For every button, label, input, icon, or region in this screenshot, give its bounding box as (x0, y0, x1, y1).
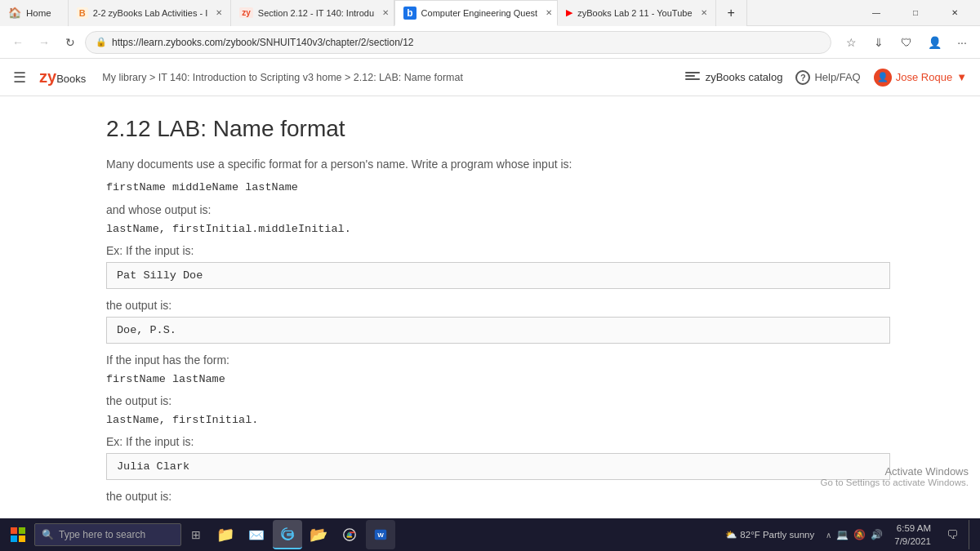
taskbar-app-mail[interactable]: 📁 (211, 520, 240, 549)
browser-essentials-icon[interactable]: 🛡 (895, 31, 918, 54)
speaker-icon[interactable]: 🔊 (871, 529, 883, 540)
refresh-button[interactable]: ↻ (59, 31, 82, 54)
svg-text:W: W (377, 531, 384, 539)
new-tab-icon: + (728, 6, 735, 20)
ex1-output-text: Doe, P.S. (117, 324, 176, 336)
back-button[interactable]: ← (7, 31, 29, 54)
ex2-output-label: the output is: (106, 490, 890, 503)
taskbar-search[interactable]: 🔍 Type here to search (34, 523, 181, 546)
catalog-icon (685, 72, 700, 83)
output2-label: the output is: (106, 394, 890, 407)
edge-icon (280, 527, 295, 541)
taskbar-app-chrome[interactable] (335, 520, 364, 549)
page-title: 2.12 LAB: Name format (106, 113, 890, 142)
profile-icon[interactable]: 👤 (923, 31, 946, 54)
activate-windows-watermark: Activate Windows Go to Settings to activ… (820, 465, 969, 487)
weather-icon: ⛅ (725, 529, 737, 540)
help-button[interactable]: ? Help/FAQ (795, 70, 860, 85)
ex2-input-text: Julia Clark (117, 460, 189, 473)
chrome-icon (342, 527, 357, 542)
tray-icon1: 💻 (836, 529, 849, 540)
taskbar-app-email[interactable]: ✉️ (242, 520, 271, 549)
ex1-output-box: Doe, P.S. (106, 317, 890, 344)
user-menu[interactable]: 👤 Jose Roque ▼ (874, 69, 967, 87)
tab-section-close[interactable]: ✕ (382, 8, 389, 17)
start-button[interactable] (3, 520, 33, 549)
task-view-button[interactable]: ⊞ (183, 522, 209, 548)
tray-icon2: 🔕 (853, 529, 866, 540)
tabs-container: 🏠 Home B 2-2 zyBooks Lab Activities - I … (0, 0, 858, 26)
system-clock[interactable]: 6:59 AM 7/9/2021 (889, 522, 936, 548)
secure-icon: 🔒 (96, 37, 107, 47)
tab-zybooks-lab-label: 2-2 zyBooks Lab Activities - I (93, 8, 208, 18)
navbar: ← → ↻ 🔒 https://learn.zybooks.com/zybook… (0, 26, 980, 59)
download-icon[interactable]: ⇓ (867, 31, 890, 54)
tab-new[interactable]: + (716, 0, 747, 26)
svg-rect-0 (11, 527, 17, 534)
header-actions: zyBooks catalog ? Help/FAQ 👤 Jose Roque … (685, 69, 967, 87)
favorites-icon[interactable]: ☆ (840, 31, 862, 54)
tab-zybooks-lab-close[interactable]: ✕ (216, 8, 222, 17)
notifications-button[interactable]: 🗨 (939, 522, 965, 548)
catalog-label: zyBooks catalog (706, 71, 783, 83)
tab-computer-quest-label: Computer Engineering Quest (421, 8, 537, 18)
tab-home-label: Home (26, 8, 51, 18)
clock-date: 7/9/2021 (894, 535, 931, 548)
help-icon: ? (795, 70, 810, 85)
minimize-button[interactable]: — (858, 0, 895, 26)
main-content: 2.12 LAB: Name format Many documents use… (57, 96, 923, 518)
hamburger-menu[interactable]: ☰ (13, 69, 26, 87)
taskbar-app-explorer[interactable]: 📂 (304, 520, 333, 549)
output-label: and whose output is: (106, 203, 890, 216)
output-format-text: lastName, firstInitial.middleInitial. (106, 221, 890, 238)
ex1-input-text: Pat Silly Doe (117, 269, 203, 282)
url-text: https://learn.zybooks.com/zybook/SNHUIT1… (112, 37, 821, 48)
taskbar-app-word[interactable]: W (366, 520, 395, 549)
system-tray: ∧ 💻 🔕 🔊 (822, 529, 886, 540)
taskbar-app-edge[interactable] (273, 520, 302, 549)
maximize-button[interactable]: □ (897, 0, 934, 26)
address-bar[interactable]: 🔒 https://learn.zybooks.com/zybook/SNHUI… (85, 31, 831, 54)
note-text: If the input has the form: (106, 353, 890, 367)
ex1-output-label: the output is: (106, 299, 890, 312)
activate-windows-title: Activate Windows (820, 465, 969, 478)
word-icon: W (373, 527, 388, 542)
tab-youtube-close[interactable]: ✕ (701, 8, 707, 17)
breadcrumb: My library > IT 140: Introduction to Scr… (102, 72, 675, 83)
weather-text: 82°F Partly sunny (740, 530, 814, 540)
zybooks-logo: zyBooks (39, 68, 86, 87)
taskbar-right: ⛅ 82°F Partly sunny ∧ 💻 🔕 🔊 6:59 AM 7/9/… (720, 520, 977, 549)
tab-youtube-label: zyBooks Lab 2 11 - YouTube (577, 8, 692, 18)
help-label: Help/FAQ (814, 71, 860, 83)
ex1-label: Ex: If the input is: (106, 244, 890, 257)
intro-text: Many documents use a specific format for… (106, 155, 890, 173)
activate-windows-subtitle: Go to Settings to activate Windows. (820, 478, 969, 487)
titlebar: 🏠 Home B 2-2 zyBooks Lab Activities - I … (0, 0, 980, 26)
forward-button[interactable]: → (33, 31, 56, 54)
output2-format-text: lastName, firstInitial. (106, 412, 890, 429)
svg-rect-1 (19, 527, 25, 534)
window-controls: — □ ✕ (858, 0, 980, 26)
tray-caret[interactable]: ∧ (826, 531, 831, 540)
tab-youtube[interactable]: ▶ zyBooks Lab 2 11 - YouTube ✕ (558, 0, 715, 26)
catalog-button[interactable]: zyBooks catalog (685, 71, 783, 83)
weather-display[interactable]: ⛅ 82°F Partly sunny (720, 529, 819, 540)
tab-section-label: Section 2.12 - IT 140: Introdu (258, 8, 374, 18)
taskbar: 🔍 Type here to search ⊞ 📁 ✉️ 📂 W (0, 518, 980, 551)
settings-icon[interactable]: ··· (951, 31, 973, 54)
user-dropdown-icon: ▼ (956, 71, 967, 83)
tab-computer-quest-close[interactable]: ✕ (546, 8, 552, 17)
show-desktop-button[interactable] (969, 520, 973, 549)
tab-home[interactable]: 🏠 Home (0, 0, 69, 26)
zybooks-header: ☰ zyBooks My library > IT 140: Introduct… (0, 59, 980, 96)
close-button[interactable]: ✕ (936, 0, 973, 26)
ex1-input-box: Pat Silly Doe (106, 262, 890, 289)
user-avatar: 👤 (874, 69, 892, 87)
svg-rect-2 (11, 535, 17, 542)
svg-rect-3 (19, 535, 25, 542)
tab-computer-quest[interactable]: b Computer Engineering Quest ✕ (394, 0, 558, 26)
windows-logo-icon (11, 527, 25, 542)
input-format-text: firstName middleName lastName (106, 180, 890, 196)
tab-section[interactable]: zy Section 2.12 - IT 140: Introdu ✕ (231, 0, 394, 26)
tab-zybooks-lab[interactable]: B 2-2 zyBooks Lab Activities - I ✕ (69, 0, 232, 26)
